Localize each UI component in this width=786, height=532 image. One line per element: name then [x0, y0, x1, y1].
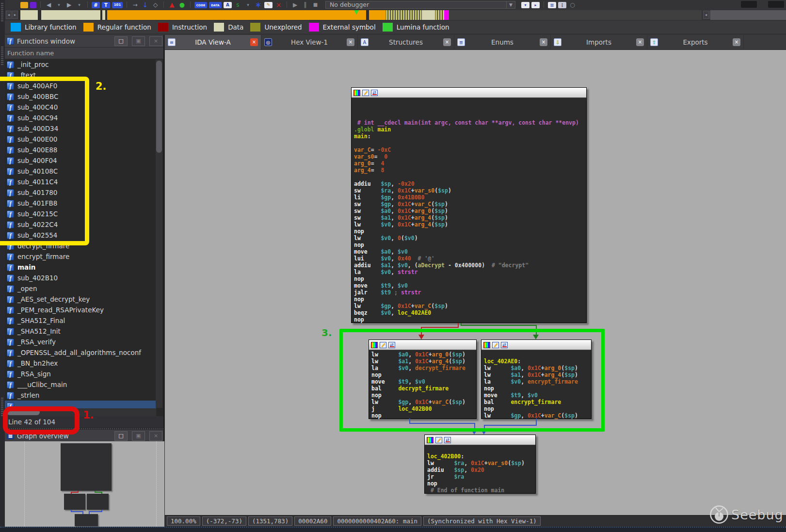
edit-function-icon[interactable]: ✎ [264, 2, 273, 8]
function-row[interactable]: fsub_402554 [5, 230, 156, 241]
tab-imports[interactable]: ⇩Imports× [551, 35, 647, 49]
make-number-icon[interactable]: # [92, 2, 100, 8]
function-row[interactable]: fsub_400AF0 [5, 81, 156, 91]
make-data-icon[interactable]: DATA [209, 2, 222, 8]
tab-close-icon[interactable]: × [347, 38, 354, 46]
function-row[interactable]: fsub_401780 [5, 187, 156, 198]
asm-line[interactable]: lw $a0, 0x1C+arg_0($sp) [484, 365, 589, 371]
navband-segment[interactable] [385, 10, 422, 20]
function-row[interactable]: fsub_400D34 [5, 123, 156, 134]
edit-icon[interactable] [492, 342, 499, 348]
asm-line[interactable]: lw $gp, 0x1C+var_C($sp) [484, 412, 589, 419]
asm-line[interactable]: addiu $sp, -0x20 [354, 180, 584, 187]
asm-line[interactable]: move $t9, $v0 [484, 392, 589, 399]
more-actions-menu-icon[interactable]: ▾ [244, 1, 252, 9]
asm-line[interactable]: sw $ra, 0x1C+var_s0($sp) [354, 187, 584, 194]
asm-line[interactable]: lw $gp, 0x1C+var_C($sp) [354, 303, 584, 309]
asm-line[interactable]: nop [371, 371, 474, 378]
xrefs-icon[interactable]: ⇄ [501, 342, 508, 348]
navigate-back-icon[interactable]: ◀ [45, 1, 53, 9]
tab-ida-view-a[interactable]: ≡IDA View-A× [165, 35, 261, 49]
function-row[interactable]: fsub_400C40 [5, 102, 156, 113]
navband-segment[interactable] [435, 10, 444, 20]
function-row[interactable]: f_SHA512_Final [5, 315, 156, 326]
function-list-vscrollbar[interactable] [156, 60, 162, 408]
make-binary-icon[interactable]: 101 [112, 2, 123, 8]
asm-line[interactable]: move $t9, $v0 [371, 378, 474, 385]
function-row[interactable]: fsub_4011C4 [5, 177, 156, 187]
asm-line[interactable] [484, 351, 589, 358]
asm-line[interactable] [354, 174, 584, 180]
toolbar-grip[interactable] [1, 3, 3, 21]
window-control-left[interactable] [741, 1, 757, 8]
jump-icon[interactable]: → [131, 1, 139, 9]
undefine-icon[interactable]: × [274, 1, 283, 9]
function-row[interactable]: fsub_400E00 [5, 134, 156, 145]
options-icon[interactable]: ⋮ [558, 2, 566, 8]
basic-block-encrypt[interactable]: ⇄ loc_402AE0:lw $a0, 0x1C+arg_0($sp)lw $… [481, 339, 592, 419]
asm-line[interactable]: la $v0, encrypt_firmare [484, 378, 589, 385]
function-row[interactable]: f_open [5, 283, 156, 294]
panel-grip[interactable] [1, 47, 3, 65]
asm-line[interactable]: nop [484, 405, 589, 412]
breakpoint-icon[interactable]: ▲ [168, 1, 176, 9]
navband-segment[interactable] [41, 10, 100, 20]
ida-graph-view[interactable]: ⇄ # int __cdecl main(int argc, const cha… [165, 50, 786, 515]
asm-line[interactable]: la $v0, strstr [354, 269, 584, 275]
asm-line[interactable]: nop [354, 275, 584, 282]
asm-line[interactable]: loc_402AE0: [484, 358, 589, 365]
asm-line[interactable]: lw $gp, 0x1C+var_C($sp) [371, 399, 474, 405]
function-row[interactable]: fsub_400F04 [5, 155, 156, 166]
xrefs-icon[interactable]: ⇄ [388, 342, 395, 348]
script-icon[interactable]: ▸ [531, 2, 540, 8]
asm-line[interactable]: nop [354, 316, 584, 323]
segments-list-icon[interactable]: ≡ [548, 2, 556, 8]
navband-segment[interactable] [107, 10, 366, 20]
edit-icon[interactable] [380, 342, 386, 348]
navband-scroll-left[interactable]: ◂ [703, 11, 709, 19]
asm-line[interactable]: la $v0, decrypt_firmare [371, 365, 474, 371]
back-history-menu-icon[interactable]: ▾ [55, 1, 63, 9]
tab-close-icon[interactable]: × [733, 38, 740, 46]
asm-line[interactable]: nop [371, 392, 474, 399]
panel-divider[interactable] [5, 428, 163, 429]
chevron-down-icon[interactable]: ▼ [506, 1, 515, 8]
make-code-icon[interactable]: CODE [194, 2, 207, 8]
basic-block-return[interactable]: ⇄ loc_402B00:lw $ra, 0x1C+var_s0($sp)add… [424, 435, 536, 494]
vscrollbar-thumb[interactable] [156, 61, 162, 153]
asm-line[interactable]: nop [354, 228, 584, 235]
panel-grip-2[interactable] [1, 398, 3, 416]
close-window-button[interactable]: × [149, 36, 162, 46]
debugger-select[interactable]: No debugger ▼ [325, 1, 515, 9]
asm-line[interactable]: sw $a0, 0x1C+arg_0($sp) [354, 208, 584, 214]
function-row[interactable]: f_ftext [5, 70, 156, 81]
xrefs-icon[interactable]: ⇄ [444, 437, 451, 443]
basic-block-main[interactable]: ⇄ # int __cdecl main(int argc, const cha… [351, 87, 587, 323]
function-row[interactable]: fsub_400E88 [5, 145, 156, 155]
attach-icon[interactable]: ○ [568, 1, 577, 9]
make-text-icon[interactable]: T [102, 2, 110, 8]
forward-history-menu-icon[interactable]: ▾ [75, 1, 83, 9]
function-row[interactable]: fmain [5, 262, 156, 273]
tab-structures[interactable]: AStructures× [358, 35, 454, 49]
asm-line[interactable]: lui $v0, 0x40 # '@' [354, 255, 584, 262]
asm-line[interactable]: nop [427, 480, 533, 487]
navband-left-button[interactable]: ◂ [6, 11, 12, 19]
asm-line[interactable]: jr $ra [427, 473, 533, 480]
asm-line[interactable]: bal decrypt_firmare [371, 385, 474, 392]
asm-line[interactable]: sw $gp, 0x1C+var_C($sp) [354, 201, 584, 208]
asm-line[interactable]: lw $a1, 0x1C+arg_4($sp) [484, 371, 589, 378]
asm-line[interactable] [354, 106, 584, 113]
asm-line[interactable]: bal encrypt_firmare [484, 399, 589, 405]
maximize-window-button[interactable]: ▣ [132, 36, 145, 46]
function-row[interactable]: fsub_400BBC [5, 91, 156, 102]
tab-exports[interactable]: ⇧Exports× [647, 35, 744, 49]
asm-line[interactable]: lw $ra, 0x1C+var_s0($sp) [427, 460, 533, 467]
navband-segment[interactable] [449, 10, 702, 20]
asm-line[interactable]: arg_0= 4 [354, 160, 584, 167]
function-row[interactable]: fencrypt_firmare [5, 251, 156, 262]
function-row[interactable]: fdecrypt_firmare [5, 241, 156, 251]
restore-window-button[interactable]: □ [114, 36, 128, 46]
function-row[interactable]: f___uClibc_main [5, 379, 156, 390]
debug-stop-icon[interactable]: ■ [311, 1, 320, 9]
